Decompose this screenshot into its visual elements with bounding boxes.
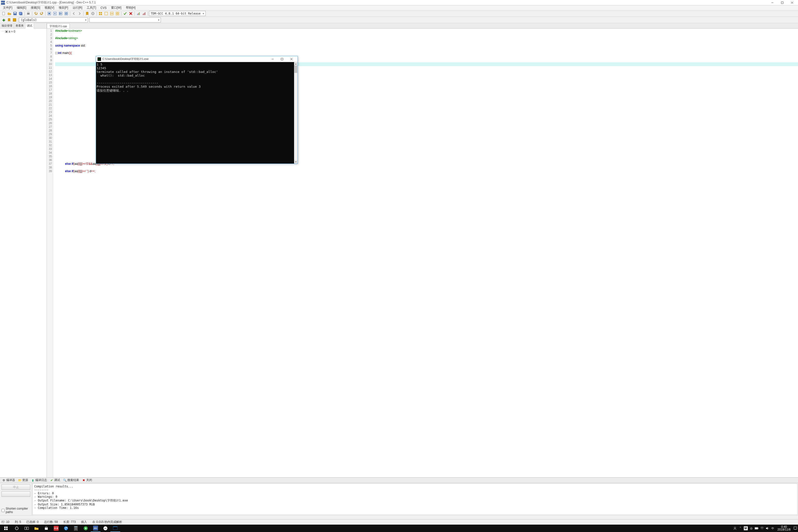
menu-run[interactable]: 运行[R] — [71, 5, 84, 10]
cortana-icon[interactable] — [12, 525, 22, 532]
close-button[interactable] — [787, 0, 797, 5]
clock-date: 2018/11/8 — [778, 528, 791, 531]
btab-resources[interactable]: 📁资源 — [17, 478, 30, 483]
svg-rect-24 — [105, 12, 108, 15]
print-icon[interactable] — [26, 11, 31, 16]
lang-icon[interactable]: 中 — [770, 525, 776, 532]
profile-icon[interactable] — [136, 11, 141, 16]
nav-fwd-icon[interactable] — [77, 11, 82, 16]
svg-rect-16 — [65, 12, 68, 15]
notifications-icon[interactable] — [793, 525, 798, 532]
svg-rect-1 — [781, 2, 783, 4]
menu-bar: 文件[F] 编辑[E] 搜索[S] 视图[V] 项目[P] 运行[R] 工具[T… — [0, 5, 798, 10]
ime-icon[interactable]: M — [743, 525, 748, 532]
bookmark2-icon[interactable] — [7, 18, 12, 22]
chat-icon[interactable] — [100, 525, 110, 532]
compile-icon[interactable] — [47, 11, 52, 16]
play-icon[interactable] — [81, 525, 91, 532]
compile-run-icon[interactable] — [58, 11, 63, 16]
location-icon[interactable]: ◎ — [748, 525, 754, 532]
menu-tools[interactable]: 工具[T] — [85, 5, 98, 10]
devcpp-task-icon[interactable]: DEV — [91, 525, 100, 532]
sidebar-tab-debug[interactable]: 调试 — [25, 23, 34, 28]
tree-item[interactable]: ⋯ ◆ a = 0 — [1, 30, 45, 34]
member-combo[interactable] — [90, 18, 161, 22]
main-area: 项目管理 查看类 调试 ⋯ ◆ a = 0 字符统计1.cpp 12345678… — [0, 23, 798, 477]
debug-tree[interactable]: ⋯ ◆ a = 0 — [0, 28, 46, 477]
debug-check-icon[interactable] — [123, 11, 128, 16]
wifi-icon[interactable] — [759, 525, 765, 532]
sidebar-tab-project[interactable]: 项目管理 — [0, 23, 14, 28]
menu-help[interactable]: 帮助[H] — [124, 5, 137, 10]
view1-icon[interactable] — [98, 11, 103, 16]
menu-cvs[interactable]: CVS — [98, 6, 109, 10]
shorten-paths-checkbox[interactable]: Shorten compiler paths — [1, 507, 30, 514]
btab-compilelog[interactable]: ▮编译日志 — [30, 478, 49, 483]
console-output[interactable]: 1 5 12345 terminate called after throwin… — [96, 62, 298, 164]
goto2-icon[interactable] — [12, 18, 17, 22]
blank-button[interactable] — [1, 491, 30, 497]
console-title-bar[interactable]: C: C:\Users\book\Desktop\字符统计1.exe — [96, 56, 298, 62]
app-red-icon[interactable]: 有道 — [51, 525, 61, 532]
explorer-icon[interactable] — [32, 525, 41, 532]
menu-edit[interactable]: 编辑[E] — [15, 5, 28, 10]
tray-chevron-icon[interactable]: ˄ — [738, 525, 743, 532]
btab-search[interactable]: 🔍搜索结果 — [61, 478, 80, 483]
redo-icon[interactable] — [39, 11, 44, 16]
view3-icon[interactable] — [109, 11, 114, 16]
debug-stop-icon[interactable] — [128, 11, 133, 16]
run-icon[interactable] — [53, 11, 57, 16]
sidebar-tab-class[interactable]: 查看类 — [14, 23, 25, 28]
save-all-icon[interactable] — [18, 11, 23, 16]
console-maximize-button[interactable] — [277, 56, 287, 62]
rebuild-icon[interactable] — [64, 11, 69, 16]
menu-view[interactable]: 视图[V] — [43, 5, 56, 10]
btab-close[interactable]: ✖关闭 — [80, 478, 94, 483]
btab-debug[interactable]: ✔调试 — [49, 478, 61, 483]
new-file-icon[interactable] — [1, 11, 6, 16]
edge-icon[interactable] — [61, 525, 71, 532]
goto-icon[interactable] — [90, 11, 95, 16]
btab-compiler[interactable]: ⚙编译器 — [0, 478, 17, 483]
scope-combo[interactable]: (globals) — [19, 18, 88, 22]
volume-icon[interactable] — [765, 525, 770, 532]
toolbar-separator — [32, 11, 32, 16]
file-tab[interactable]: 字符统计1.cpp — [47, 23, 70, 28]
clock[interactable]: 0:40 2018/11/8 — [776, 526, 793, 531]
console-task-icon[interactable] — [110, 525, 120, 532]
store-icon[interactable] — [41, 525, 51, 532]
menu-project[interactable]: 项目[P] — [57, 5, 70, 10]
menu-file[interactable]: 文件[F] — [1, 5, 14, 10]
compile-output[interactable]: Compilation results... -------- - Errors… — [33, 483, 798, 515]
bookmark-icon[interactable] — [85, 11, 90, 16]
console-minimize-button[interactable] — [268, 56, 277, 62]
scroll-thumb[interactable] — [294, 65, 297, 73]
minimize-button[interactable] — [767, 0, 777, 5]
svg-rect-26 — [110, 14, 113, 15]
compiler-selector[interactable]: TDM-GCC 4.8.1 64-bit Release — [149, 11, 206, 16]
open-file-icon[interactable] — [7, 11, 12, 16]
insert-icon[interactable] — [1, 18, 6, 22]
taskview-icon[interactable] — [22, 525, 32, 532]
undo-icon[interactable] — [34, 11, 38, 16]
calc-icon[interactable] — [71, 525, 81, 532]
bottom-scrollbar[interactable] — [0, 515, 798, 519]
maximize-button[interactable] — [777, 0, 787, 5]
save-icon[interactable] — [13, 11, 18, 16]
stop-button[interactable]: 中止 — [1, 484, 30, 490]
menu-window[interactable]: 窗口[W] — [109, 5, 124, 10]
menu-search[interactable]: 搜索[S] — [29, 5, 42, 10]
nav-back-icon[interactable] — [72, 11, 76, 16]
console-scrollbar[interactable]: ▴ ▾ — [294, 62, 298, 164]
start-button[interactable] — [0, 525, 12, 532]
view2-icon[interactable] — [104, 11, 109, 16]
people-icon[interactable] — [732, 525, 738, 532]
scroll-up-icon[interactable]: ▴ — [294, 62, 298, 65]
checkbox-input[interactable] — [1, 509, 5, 512]
view4-icon[interactable] — [115, 11, 120, 16]
scroll-down-icon[interactable]: ▾ — [294, 160, 298, 164]
close-icon: ✖ — [82, 478, 86, 482]
profile2-icon[interactable] — [141, 11, 147, 16]
battery-icon[interactable] — [754, 525, 759, 532]
console-close-button[interactable] — [287, 56, 296, 62]
